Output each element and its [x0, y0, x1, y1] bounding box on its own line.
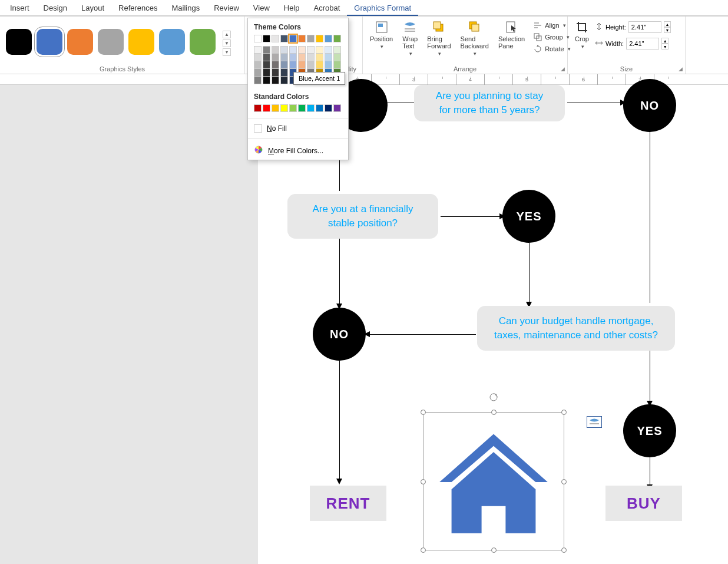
theme-shade-0-6[interactable]	[307, 46, 315, 54]
resize-handle-s[interactable]	[491, 547, 497, 553]
resize-handle-n[interactable]	[491, 410, 497, 415]
size-dialog-launcher[interactable]: ◢	[677, 65, 684, 72]
theme-color-7[interactable]	[316, 35, 323, 42]
standard-color-3[interactable]	[280, 104, 288, 112]
theme-shade-0-3[interactable]	[280, 46, 288, 54]
selection-pane-button[interactable]: Selection Pane	[495, 19, 528, 51]
resize-handle-nw[interactable]	[421, 410, 426, 415]
theme-color-5[interactable]	[298, 35, 306, 42]
theme-shade-1-8[interactable]	[325, 54, 332, 61]
layout-options-button[interactable]	[587, 416, 602, 428]
standard-color-6[interactable]	[307, 104, 315, 112]
theme-shade-0-9[interactable]	[333, 46, 341, 54]
tab-layout[interactable]: Layout	[74, 1, 111, 16]
theme-shade-0-4[interactable]	[289, 46, 297, 54]
resize-handle-se[interactable]	[561, 547, 567, 553]
flowchart-buy[interactable]: BUY	[605, 486, 682, 521]
flowchart-question-3[interactable]: Can your budget handle mortgage, taxes, …	[477, 306, 675, 351]
theme-shade-4-2[interactable]	[272, 77, 279, 84]
theme-shade-0-2[interactable]	[272, 46, 279, 54]
tab-review[interactable]: Review	[207, 1, 246, 16]
flowchart-no-2[interactable]: NO	[313, 308, 366, 361]
rotate-button[interactable]: Rotate▾	[531, 44, 573, 54]
style-swatch-5[interactable]	[159, 29, 185, 55]
style-swatch-2[interactable]	[67, 29, 93, 55]
height-up[interactable]: ▲	[664, 21, 671, 27]
standard-color-8[interactable]	[325, 104, 332, 112]
theme-shade-1-5[interactable]	[298, 54, 306, 61]
theme-shade-2-0[interactable]	[254, 61, 262, 69]
style-swatch-4[interactable]	[128, 29, 154, 55]
style-swatch-3[interactable]	[98, 29, 124, 55]
theme-shade-3-2[interactable]	[272, 69, 279, 77]
styles-up-button[interactable]: ▲	[223, 31, 231, 38]
theme-shade-2-8[interactable]	[325, 61, 332, 69]
flowchart-no-1[interactable]: NO	[623, 79, 676, 132]
theme-color-1[interactable]	[263, 35, 270, 42]
height-input[interactable]	[628, 21, 661, 33]
resize-handle-w[interactable]	[421, 479, 426, 484]
styles-down-button[interactable]: ▼	[223, 39, 231, 47]
theme-color-8[interactable]	[325, 35, 332, 42]
tab-graphics-format[interactable]: Graphics Format	[347, 1, 418, 16]
height-down[interactable]: ▼	[664, 27, 671, 33]
width-input[interactable]	[626, 38, 659, 50]
theme-shade-4-0[interactable]	[254, 77, 262, 84]
flowchart-question-1[interactable]: Are you planning to stay for more than 5…	[414, 85, 565, 121]
arrange-dialog-launcher[interactable]: ◢	[559, 65, 566, 72]
send-backward-button[interactable]: Send Backward▾	[457, 19, 492, 58]
theme-shade-1-6[interactable]	[307, 54, 315, 61]
theme-shade-0-1[interactable]	[263, 46, 270, 54]
theme-shade-1-2[interactable]	[272, 54, 279, 61]
width-up[interactable]: ▲	[661, 38, 669, 44]
wrap-text-button[interactable]: Wrap Text▾	[399, 19, 421, 58]
standard-color-2[interactable]	[272, 104, 279, 112]
tab-insert[interactable]: Insert	[3, 1, 37, 16]
theme-color-9[interactable]	[333, 35, 341, 42]
house-graphic[interactable]	[434, 422, 554, 545]
tab-acrobat[interactable]: Acrobat	[307, 1, 348, 16]
position-button[interactable]: Position▾	[366, 19, 396, 51]
theme-shade-0-8[interactable]	[325, 46, 332, 54]
resize-handle-e[interactable]	[561, 479, 567, 484]
theme-shade-3-1[interactable]	[263, 69, 270, 77]
theme-shade-1-4[interactable]	[289, 54, 297, 61]
standard-color-1[interactable]	[263, 104, 270, 112]
tab-references[interactable]: References	[111, 1, 164, 16]
flowchart-question-2[interactable]: Are you at a financially stable position…	[287, 194, 438, 239]
theme-shade-1-1[interactable]	[263, 54, 270, 61]
theme-shade-2-9[interactable]	[333, 61, 341, 69]
tab-design[interactable]: Design	[37, 1, 74, 16]
theme-shade-1-0[interactable]	[254, 54, 262, 61]
theme-shade-3-0[interactable]	[254, 69, 262, 77]
theme-shade-0-7[interactable]	[316, 46, 323, 54]
flowchart-rent[interactable]: RENT	[310, 486, 386, 521]
theme-shade-1-9[interactable]	[333, 54, 341, 61]
theme-shade-2-2[interactable]	[272, 61, 279, 69]
theme-shade-2-3[interactable]	[280, 61, 288, 69]
theme-color-2[interactable]	[272, 35, 279, 42]
theme-shade-1-7[interactable]	[316, 54, 323, 61]
theme-shade-2-5[interactable]	[298, 61, 306, 69]
tab-help[interactable]: Help	[277, 1, 307, 16]
style-swatch-6[interactable]	[190, 29, 216, 55]
theme-shade-0-5[interactable]	[298, 46, 306, 54]
standard-color-0[interactable]	[254, 104, 262, 112]
tab-view[interactable]: View	[246, 1, 277, 16]
rotate-handle[interactable]	[489, 393, 498, 402]
theme-shade-2-7[interactable]	[316, 61, 323, 69]
theme-color-0[interactable]	[254, 35, 262, 42]
theme-shade-2-4[interactable]	[289, 61, 297, 69]
standard-color-4[interactable]	[289, 104, 297, 112]
group-button[interactable]: Group▾	[531, 32, 573, 42]
style-swatch-1[interactable]	[37, 29, 62, 55]
theme-shade-0-0[interactable]	[254, 46, 262, 54]
align-button[interactable]: Align▾	[531, 20, 573, 31]
no-fill-button[interactable]: NNo Fillo Fill	[248, 121, 348, 136]
resize-handle-ne[interactable]	[561, 410, 567, 415]
tab-mailings[interactable]: Mailings	[165, 1, 207, 16]
flowchart-yes-2[interactable]: YES	[623, 404, 676, 457]
crop-button[interactable]: Crop▾	[571, 19, 593, 51]
more-fill-colors-button[interactable]: More Fill Colors...	[248, 141, 348, 160]
theme-shade-1-3[interactable]	[280, 54, 288, 61]
